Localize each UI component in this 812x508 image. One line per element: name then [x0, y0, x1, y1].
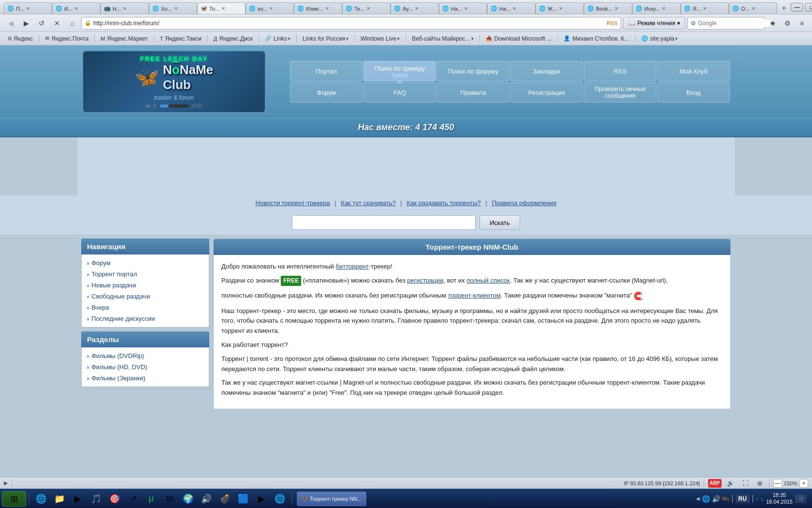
taskbar-web-icon[interactable]: 🌐: [271, 491, 289, 507]
rss-icon[interactable]: RSS: [607, 20, 618, 26]
browser-tab-14[interactable]: 🌐Иску...✕: [632, 2, 681, 14]
sidebar-item-free-shares[interactable]: » Свободные раздачи: [86, 291, 205, 302]
nav-rules[interactable]: Правила: [437, 82, 509, 103]
address-input[interactable]: [93, 20, 605, 27]
tab-close-icon[interactable]: ✕: [269, 6, 273, 11]
link-rules[interactable]: Правила оформления: [492, 199, 556, 207]
bookmark-item-10[interactable]: 👤Михаил Столбов. К...: [560, 33, 633, 44]
browser-tab-6[interactable]: 🌐из...✕: [246, 2, 294, 14]
taskbar-game-icon[interactable]: 🎯: [106, 491, 123, 507]
tab-close-icon[interactable]: ✕: [366, 6, 370, 11]
taskbar-share-icon[interactable]: ↗: [124, 491, 142, 507]
tab-close-icon[interactable]: ✕: [415, 6, 419, 11]
browser-tab-16[interactable]: 🌐О...✕: [729, 2, 777, 14]
sidebar-item-films-dvdrip[interactable]: » Фильмы (DVDRip): [86, 350, 205, 361]
link-torrent-news[interactable]: Новости торрент-трекера: [256, 199, 330, 207]
split-view-button[interactable]: ⊞: [754, 479, 765, 488]
tab-close-icon[interactable]: ✕: [752, 6, 755, 11]
maximize-button[interactable]: □: [805, 3, 812, 12]
fullscreen-button[interactable]: ⛶: [740, 479, 751, 488]
nav-bookmarks[interactable]: Закладки: [510, 61, 583, 81]
browser-tab-13[interactable]: 🌐Book...✕: [584, 2, 632, 14]
registration-link[interactable]: регистрации: [407, 277, 443, 284]
bookmark-item-3[interactable]: ТЯндекс.Такси: [156, 33, 205, 44]
volume-icon[interactable]: 🔊: [712, 495, 720, 503]
full-list-link[interactable]: полный список: [466, 277, 509, 284]
browser-tab-1[interactable]: 🌐П...✕: [4, 2, 52, 14]
browser-tab-10[interactable]: 🌐На...✕: [439, 2, 487, 14]
reading-mode-button[interactable]: 📖 Режим чтения ▾: [623, 17, 685, 30]
sidebar-item-forum[interactable]: » Форум: [86, 257, 205, 269]
browser-tab-2[interactable]: 🌐И...✕: [52, 2, 101, 14]
tab-close-icon[interactable]: ✕: [174, 6, 178, 11]
taskbar-play-icon[interactable]: ▶: [253, 491, 270, 507]
nav-search-tracker[interactable]: Поиск по трекеру Трекер: [363, 61, 436, 81]
refresh-button[interactable]: ↺: [35, 17, 48, 30]
bookmark-item-7[interactable]: Windows Live▾: [357, 33, 404, 44]
sidebar-item-last-discussions[interactable]: » Последние дискуссии: [86, 313, 205, 324]
browser-tab-3[interactable]: 📺Н...✕: [101, 2, 149, 14]
tab-close-icon[interactable]: ✕: [74, 6, 78, 11]
zoom-out-button[interactable]: —: [773, 479, 782, 488]
taskbar-audio-icon[interactable]: 🔊: [198, 491, 215, 507]
tab-close-icon[interactable]: ✕: [512, 6, 516, 11]
sidebar-item-torrent-portal[interactable]: » Торрент портал: [86, 269, 205, 280]
tab-close-icon[interactable]: ✕: [703, 6, 707, 11]
back-button[interactable]: ◀: [4, 17, 17, 30]
nav-portal[interactable]: Портал: [290, 61, 362, 81]
tab-close-icon[interactable]: ✕: [123, 6, 127, 11]
nav-login[interactable]: Вход: [657, 82, 730, 103]
nav-search-forum[interactable]: Поиск по форуму: [437, 61, 509, 81]
minimize-button[interactable]: —: [791, 3, 803, 12]
main-search-input[interactable]: [292, 215, 476, 230]
taskbar-explorer-icon[interactable]: 📁: [51, 491, 68, 507]
notif-expand-icon[interactable]: ◀: [696, 496, 700, 501]
sidebar-item-films-hd[interactable]: » Фильмы (HD, DVD): [86, 361, 205, 373]
taskbar-radio-icon[interactable]: 💣: [216, 491, 233, 507]
tab-close-icon[interactable]: ✕: [221, 6, 225, 11]
sidebar-item-yesterday[interactable]: » Вчера: [86, 302, 205, 313]
tab-close-icon[interactable]: ✕: [662, 6, 666, 11]
bookmark-item-1[interactable]: ✉Яндекс.Почта: [41, 33, 92, 44]
bookmark-item-9[interactable]: 📥Download Microsoft ...: [482, 33, 556, 44]
nav-faq[interactable]: FAQ: [363, 82, 436, 103]
torrent-client-link[interactable]: торрент-клиентом: [448, 292, 500, 299]
network-icon[interactable]: 🌐: [702, 495, 710, 503]
adblock-button[interactable]: ABP: [708, 479, 722, 488]
forward-button[interactable]: ▶: [19, 17, 33, 30]
volume-status-icon[interactable]: 🔊: [725, 479, 736, 488]
nav-forum[interactable]: Форум: [290, 82, 362, 103]
tab-close-icon[interactable]: ✕: [26, 6, 30, 11]
nav-my-club[interactable]: Мой Клуб: [657, 61, 730, 81]
show-desktop-button[interactable]: □: [796, 494, 806, 503]
browser-tab-12[interactable]: 🌐Ж...✕: [536, 2, 584, 14]
nav-register[interactable]: Регистрация: [510, 82, 583, 103]
stop-button[interactable]: ✕: [50, 17, 64, 30]
new-tab-button[interactable]: +: [777, 2, 791, 14]
browser-tab-11[interactable]: 🌐На...✕: [487, 2, 536, 14]
tab-close-icon[interactable]: ✕: [325, 6, 329, 11]
browser-tab-4[interactable]: 🌐Хо...✕: [149, 2, 197, 14]
taskbar-music-icon[interactable]: 🎵: [87, 491, 105, 507]
taskbar-chrome-icon[interactable]: 🌍: [179, 491, 197, 507]
nav-messages[interactable]: Проверить личные сообщения: [584, 82, 656, 103]
taskbar-media-player-icon[interactable]: ▶: [69, 491, 87, 507]
settings-button[interactable]: ≡: [796, 17, 808, 30]
bookmark-item-2[interactable]: МЯндекс.Маркет: [97, 33, 152, 44]
search-input[interactable]: [698, 20, 770, 27]
browser-tab-8[interactable]: 🌐Те...✕: [342, 2, 391, 14]
browser-tab-5[interactable]: 🦋То...✕: [197, 2, 246, 14]
home-button[interactable]: ⌂: [66, 17, 79, 30]
taskbar-mail-icon[interactable]: ✉: [161, 491, 178, 507]
taskbar-utorrent-icon[interactable]: μ: [143, 491, 160, 507]
start-button[interactable]: ⊞: [2, 491, 26, 507]
taskbar-ie-icon[interactable]: 🌐: [32, 491, 50, 507]
browser-tab-9[interactable]: 🌐Ау...✕: [391, 2, 439, 14]
tab-close-icon[interactable]: ✕: [464, 6, 468, 11]
bookmark-item-5[interactable]: 🔗Links▾: [261, 33, 294, 44]
link-how-seed[interactable]: Как раздавать торренты?: [406, 199, 480, 207]
browser-tab-7[interactable]: 🌐Изме...✕: [294, 2, 342, 14]
sidebar-item-new-shares[interactable]: » Новые раздачи: [86, 280, 205, 291]
nav-rss[interactable]: RSS: [584, 61, 656, 81]
system-clock[interactable]: 18:35 18.04.2015: [766, 492, 793, 505]
